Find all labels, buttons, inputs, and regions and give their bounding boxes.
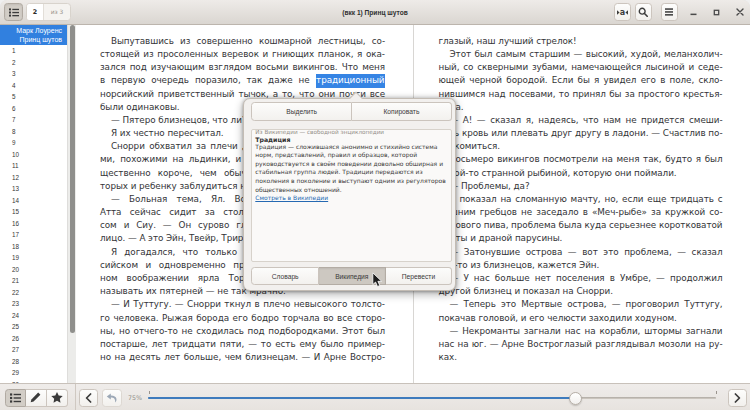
chevron-left-icon	[85, 393, 92, 403]
scrollbar-thumb[interactable]	[70, 25, 76, 333]
chapter-item[interactable]: 13	[0, 183, 68, 195]
book-text-line: мачты и драной парусины.	[439, 232, 723, 245]
font-size-button[interactable]: a	[614, 3, 631, 21]
chapter-item[interactable]: 28	[0, 356, 68, 368]
app-window: 2 из 3 (вкк 1) Принц шутов a	[0, 0, 750, 410]
definition-text: Традиция — сложившаяся анонимно и стихий…	[255, 143, 448, 194]
chapter-item[interactable]: 20	[0, 264, 68, 276]
text-size-icon: a	[617, 8, 628, 17]
book-text-line: нина.	[439, 101, 723, 114]
chapter-item[interactable]: 4	[0, 80, 68, 92]
chapter-item[interactable]: 26	[0, 333, 68, 345]
chapter-item[interactable]: 6	[0, 103, 68, 115]
list-icon	[9, 8, 19, 17]
book-text-line: глазый, наш лучший стрелок!	[439, 35, 723, 48]
definition-line: руководствуется в своём поведении доволь…	[255, 160, 448, 169]
slider-tick-start	[149, 391, 150, 395]
definition-term: Традиция	[255, 136, 448, 143]
svg-text:a: a	[620, 8, 625, 17]
book-text-line: какой-то странной рыбиной, которую они п…	[439, 167, 723, 180]
toolbar-separator	[75, 384, 76, 410]
definition-line: стабильная группа людей. Традиции переда…	[255, 168, 448, 177]
chapter-item[interactable]: 25	[0, 321, 68, 333]
popover-arrow	[347, 91, 363, 99]
chapter-item[interactable]: 8	[0, 126, 68, 138]
book-text-line: постарше, лет тридцати пяти, — то есть е…	[100, 338, 385, 351]
minimize-button[interactable]	[684, 0, 702, 24]
translate-tab-button[interactable]: Перевести	[386, 267, 453, 285]
book-text-line: — А! — сказал я, надеясь, что нам не при…	[439, 114, 723, 127]
chapter-item[interactable]: 21	[0, 275, 68, 287]
sidebar-toggle-button[interactable]	[4, 3, 23, 21]
menu-button[interactable]	[661, 3, 678, 21]
highlighted-word[interactable]: традиционный	[316, 74, 385, 87]
book-text-line: нас на юг. — Арне Востроглазый разглядыв…	[439, 338, 723, 351]
book-text-line: в первую очередь поразило, так даже не т…	[100, 74, 385, 87]
wikipedia-link[interactable]: Смотреть в Википедии	[255, 194, 448, 203]
lookup-popover: Выделить Копировать Из Википедии — свобо…	[243, 98, 456, 291]
page-entry[interactable]: 2 из 3	[26, 3, 71, 21]
chapter-item[interactable]: 1	[0, 45, 68, 57]
chapter-item[interactable]: 10	[0, 149, 68, 161]
definition-line: общественных отношений.	[255, 186, 448, 195]
toc-button[interactable]	[5, 389, 26, 407]
chapter-item[interactable]: 3	[0, 68, 68, 80]
chapter-list: 1234567891011121314151617181920212223242…	[0, 45, 68, 383]
close-button[interactable]	[731, 0, 749, 24]
book-text-line: Восьмеро викингов посмотрели на меня так…	[439, 153, 723, 166]
dictionary-tab-button[interactable]: Словарь	[251, 267, 319, 285]
sidebar-scrollbar[interactable]	[67, 25, 76, 383]
chapter-item[interactable]: 17	[0, 229, 68, 241]
bookmarks-button[interactable]	[47, 389, 68, 407]
chapter-item[interactable]: 16	[0, 218, 68, 230]
chapter-item[interactable]: 9	[0, 137, 68, 149]
sidebar-item-current-book[interactable]: Марк Лоуренс Принц шутов	[0, 25, 68, 45]
book-text-line: Выпутавшись из совершенно кошмарной лест…	[100, 35, 385, 48]
chapter-item[interactable]: 19	[0, 252, 68, 264]
sidebar: Марк Лоуренс Принц шутов 123456789101112…	[0, 25, 76, 383]
chapter-item[interactable]: 12	[0, 172, 68, 184]
pencil-icon	[30, 392, 41, 403]
page-number-input[interactable]: 2	[27, 4, 44, 20]
copy-button[interactable]: Копировать	[352, 102, 452, 121]
highlight-button[interactable]: Выделить	[251, 102, 352, 121]
chapter-item[interactable]: 2	[0, 57, 68, 69]
reading-page: Выпутавшись из совершенно кошмарной лест…	[76, 25, 750, 383]
next-page-button[interactable]	[728, 389, 747, 407]
progress-label: 75%	[122, 384, 148, 410]
book-text-line: — У нас больше нет поселения в Умбре, — …	[439, 272, 723, 285]
text-column-right: глазый, наш лучший стрелок!Этот был самы…	[439, 35, 723, 364]
undo-button[interactable]	[102, 389, 122, 407]
panel-switcher	[5, 389, 69, 407]
slider-handle[interactable]	[569, 392, 582, 405]
chapter-item[interactable]: 27	[0, 344, 68, 356]
chevron-right-icon	[734, 393, 741, 403]
chapter-item[interactable]: 18	[0, 241, 68, 253]
annotations-button[interactable]	[26, 389, 47, 407]
chapter-item[interactable]: 15	[0, 206, 68, 218]
chapter-item[interactable]: 11	[0, 160, 68, 172]
maximize-icon	[713, 9, 720, 16]
book-text-line: знакомиться.	[439, 140, 723, 153]
book-text-line: вать кровь или плевать друг другу в ладо…	[439, 127, 723, 140]
chapter-item[interactable]: 29	[0, 367, 68, 379]
search-button[interactable]	[635, 3, 652, 21]
book-text-line: ках.	[439, 351, 723, 364]
chapter-item[interactable]: 24	[0, 310, 68, 322]
progress-slider[interactable]	[148, 384, 716, 410]
search-icon	[638, 7, 648, 17]
mouse-cursor	[372, 272, 384, 288]
chapter-item[interactable]: 23	[0, 298, 68, 310]
book-text-line: — Проблемы, да?	[439, 180, 723, 193]
book-text-line: ющей черной бородой. Если бы я увидел ег…	[439, 74, 723, 87]
hamburger-icon	[665, 8, 673, 16]
book-text-line: другой близнец и показал на Снорри.	[439, 285, 723, 298]
chapter-item[interactable]: 14	[0, 195, 68, 207]
chapter-item[interactable]: 5	[0, 91, 68, 103]
book-text-line: нившимся над посевами, то принял бы за п…	[439, 88, 723, 101]
maximize-button[interactable]	[707, 0, 725, 24]
book-text-line: лодового пива, проблема была куда серьез…	[439, 219, 723, 232]
back-button[interactable]	[79, 389, 98, 407]
chapter-item[interactable]: 22	[0, 287, 68, 299]
chapter-item[interactable]: 7	[0, 114, 68, 126]
